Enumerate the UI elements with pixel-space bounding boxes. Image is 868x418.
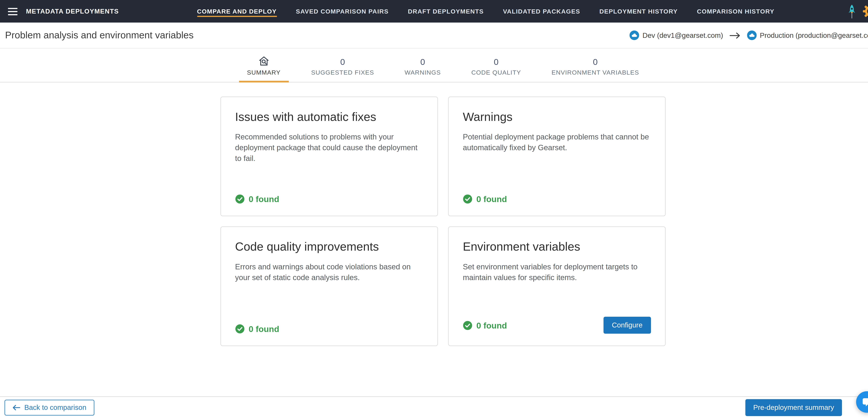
tab-code-quality[interactable]: 0 CODE QUALITY <box>463 55 529 82</box>
analysis-tabs: SUMMARY 0 SUGGESTED FIXES 0 WARNINGS 0 C… <box>0 48 868 82</box>
tab-summary[interactable]: SUMMARY <box>239 55 288 82</box>
tab-environment-variables-count: 0 <box>593 58 598 66</box>
chat-bubble-icon <box>861 397 868 408</box>
target-org: Production (production@gearset.com) <box>747 31 868 40</box>
card-description: Set environment variables for deployment… <box>463 262 651 283</box>
card-title: Warnings <box>463 110 651 124</box>
card-title: Environment variables <box>463 240 651 253</box>
card-status-row: 0 found Configure <box>463 317 651 334</box>
card-description: Potential deployment package problems th… <box>463 132 651 153</box>
nav-item-validated-packages[interactable]: VALIDATED PACKAGES <box>503 6 580 16</box>
card-environment-variables: Environment variables Set environment va… <box>448 227 665 346</box>
tab-suggested-fixes[interactable]: 0 SUGGESTED FIXES <box>303 55 382 82</box>
status-count-text: 0 found <box>249 194 279 204</box>
tab-code-quality-count: 0 <box>494 58 498 66</box>
footer-bar: Back to comparison Pre-deployment summar… <box>0 396 868 418</box>
topbar-right-icons <box>848 0 868 23</box>
source-org: Dev (dev1@gearset.com) <box>629 31 723 40</box>
tab-warnings-count: 0 <box>420 58 425 66</box>
tab-suggested-fixes-label: SUGGESTED FIXES <box>311 69 374 76</box>
top-navigation-bar: METADATA DEPLOYMENTS COMPARE AND DEPLOY … <box>0 0 868 23</box>
success-check-icon <box>463 194 472 204</box>
success-check-icon <box>235 194 245 204</box>
card-description: Recommended solutions to problems with y… <box>235 132 423 164</box>
app-root: METADATA DEPLOYMENTS COMPARE AND DEPLOY … <box>0 0 868 418</box>
status-count-text: 0 found <box>476 320 507 330</box>
rocket-avatar-icon[interactable] <box>848 4 856 19</box>
summary-home-search-icon <box>258 56 270 66</box>
card-title: Code quality improvements <box>235 240 423 253</box>
card-code-quality-improvements: Code quality improvements Errors and war… <box>220 227 438 346</box>
arrow-right-icon <box>729 32 741 39</box>
card-issues-with-automatic-fixes: Issues with automatic fixes Recommended … <box>220 97 438 216</box>
status-count-text: 0 found <box>476 194 507 204</box>
nav-item-saved-comparison-pairs[interactable]: SAVED COMPARISON PAIRS <box>296 6 389 16</box>
tab-environment-variables-label: ENVIRONMENT VARIABLES <box>552 69 639 76</box>
hamburger-menu-icon[interactable] <box>6 5 20 17</box>
pre-deployment-summary-button[interactable]: Pre-deployment summary <box>745 399 842 416</box>
card-title: Issues with automatic fixes <box>235 110 423 124</box>
card-description: Errors and warnings about code violation… <box>235 262 423 283</box>
card-status-row: 0 found <box>235 194 423 204</box>
source-org-cloud-icon <box>629 31 639 40</box>
status-count-text: 0 found <box>249 324 279 334</box>
tab-warnings-label: WARNINGS <box>405 69 441 76</box>
summary-cards-grid: Issues with automatic fixes Recommended … <box>220 97 665 346</box>
source-org-label: Dev (dev1@gearset.com) <box>643 31 723 39</box>
tab-code-quality-label: CODE QUALITY <box>471 69 521 76</box>
back-to-comparison-button[interactable]: Back to comparison <box>4 399 94 415</box>
nav-item-compare-and-deploy[interactable]: COMPARE AND DEPLOY <box>197 6 277 16</box>
target-org-cloud-icon <box>747 31 756 40</box>
page-header: Problem analysis and environment variabl… <box>0 23 868 48</box>
target-org-label: Production (production@gearset.com) <box>760 31 868 39</box>
card-status-row: 0 found <box>463 194 651 204</box>
nav-item-comparison-history[interactable]: COMPARISON HISTORY <box>697 6 774 16</box>
tab-suggested-fixes-count: 0 <box>340 58 345 66</box>
card-warnings: Warnings Potential deployment package pr… <box>448 97 665 216</box>
configure-button[interactable]: Configure <box>603 317 651 334</box>
app-brand-title: METADATA DEPLOYMENTS <box>26 8 119 15</box>
success-check-icon <box>463 320 472 330</box>
page-title: Problem analysis and environment variabl… <box>5 30 193 41</box>
tab-summary-label: SUMMARY <box>247 69 281 76</box>
tab-environment-variables[interactable]: 0 ENVIRONMENT VARIABLES <box>544 55 647 82</box>
card-status-row: 0 found <box>235 324 423 334</box>
tab-warnings[interactable]: 0 WARNINGS <box>397 55 449 82</box>
gearset-logo[interactable] <box>862 3 868 19</box>
org-pair: Dev (dev1@gearset.com) <box>629 31 868 40</box>
arrow-left-icon <box>12 405 21 410</box>
success-check-icon <box>235 324 245 334</box>
back-to-comparison-label: Back to comparison <box>24 404 86 411</box>
nav-item-draft-deployments[interactable]: DRAFT DEPLOYMENTS <box>408 6 484 16</box>
nav-item-deployment-history[interactable]: DEPLOYMENT HISTORY <box>599 6 678 16</box>
topnav-items: COMPARE AND DEPLOY SAVED COMPARISON PAIR… <box>123 0 848 23</box>
topbar-brand-area: METADATA DEPLOYMENTS <box>0 0 123 23</box>
